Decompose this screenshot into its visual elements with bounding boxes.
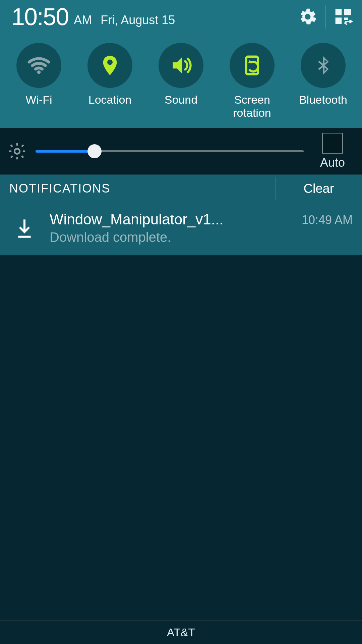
bluetooth-icon bbox=[301, 43, 346, 88]
toggle-wifi[interactable]: Wi-Fi bbox=[3, 43, 74, 120]
carrier-label: AT&T bbox=[167, 626, 195, 639]
sound-icon bbox=[159, 43, 203, 88]
svg-rect-3 bbox=[344, 17, 348, 20]
svg-rect-2 bbox=[336, 17, 342, 24]
notification-item[interactable]: Window_Manipulator_v1... Download comple… bbox=[0, 202, 362, 256]
download-icon bbox=[9, 217, 40, 239]
quick-toggles-row: Wi-Fi Location Sound bbox=[0, 34, 362, 128]
svg-point-6 bbox=[14, 149, 19, 154]
header-divider bbox=[325, 5, 326, 29]
empty-area bbox=[0, 256, 362, 620]
toggle-label: Wi-Fi bbox=[25, 93, 52, 120]
toggle-screen-rotation[interactable]: Screen rotation bbox=[217, 43, 288, 120]
grid-toggle-icon bbox=[334, 7, 353, 26]
notification-body: Window_Manipulator_v1... Download comple… bbox=[50, 211, 292, 245]
auto-brightness-checkbox[interactable] bbox=[322, 133, 343, 154]
header-top-row: 10:50 AM Fri, August 15 bbox=[0, 0, 362, 34]
header: 10:50 AM Fri, August 15 bbox=[0, 0, 362, 128]
brightness-settings-button[interactable] bbox=[7, 142, 27, 161]
clock-ampm: AM bbox=[74, 13, 92, 27]
notification-shade: 10:50 AM Fri, August 15 bbox=[0, 0, 362, 644]
clock-time: 10:50 bbox=[11, 5, 68, 29]
notification-title: Window_Manipulator_v1... bbox=[50, 211, 292, 228]
gear-outline-icon bbox=[7, 142, 27, 161]
slider-fill bbox=[36, 150, 95, 153]
toggle-location[interactable]: Location bbox=[74, 43, 145, 120]
clear-notifications-button[interactable]: Clear bbox=[275, 177, 362, 200]
notifications-header: NOTIFICATIONS Clear bbox=[0, 175, 362, 202]
toggle-bluetooth[interactable]: Bluetooth bbox=[288, 43, 359, 120]
toggle-label: Sound bbox=[165, 93, 197, 120]
toggle-label: Location bbox=[88, 93, 132, 120]
svg-point-4 bbox=[37, 70, 41, 74]
carrier-footer: AT&T bbox=[0, 620, 362, 644]
svg-rect-0 bbox=[336, 9, 342, 15]
brightness-slider[interactable] bbox=[36, 145, 304, 158]
gear-icon bbox=[298, 7, 317, 26]
quick-panel-edit-button[interactable] bbox=[333, 6, 354, 28]
clock-date: Fri, August 15 bbox=[101, 13, 175, 27]
auto-brightness-group: Auto bbox=[312, 133, 353, 170]
auto-brightness-label: Auto bbox=[320, 156, 345, 170]
svg-rect-1 bbox=[344, 9, 351, 15]
notification-time: 10:49 AM bbox=[302, 213, 353, 227]
notification-subtitle: Download complete. bbox=[50, 230, 292, 245]
location-icon bbox=[87, 43, 132, 88]
toggle-label: Screen rotation bbox=[233, 93, 271, 120]
notifications-title: NOTIFICATIONS bbox=[9, 181, 275, 196]
slider-thumb[interactable] bbox=[87, 144, 102, 158]
toggle-sound[interactable]: Sound bbox=[145, 43, 217, 120]
settings-button[interactable] bbox=[297, 6, 318, 28]
brightness-bar: Auto bbox=[0, 128, 362, 175]
wifi-icon bbox=[16, 43, 61, 88]
toggle-label: Bluetooth bbox=[299, 93, 347, 120]
header-action-icons bbox=[297, 5, 354, 29]
rotation-icon bbox=[230, 43, 275, 88]
